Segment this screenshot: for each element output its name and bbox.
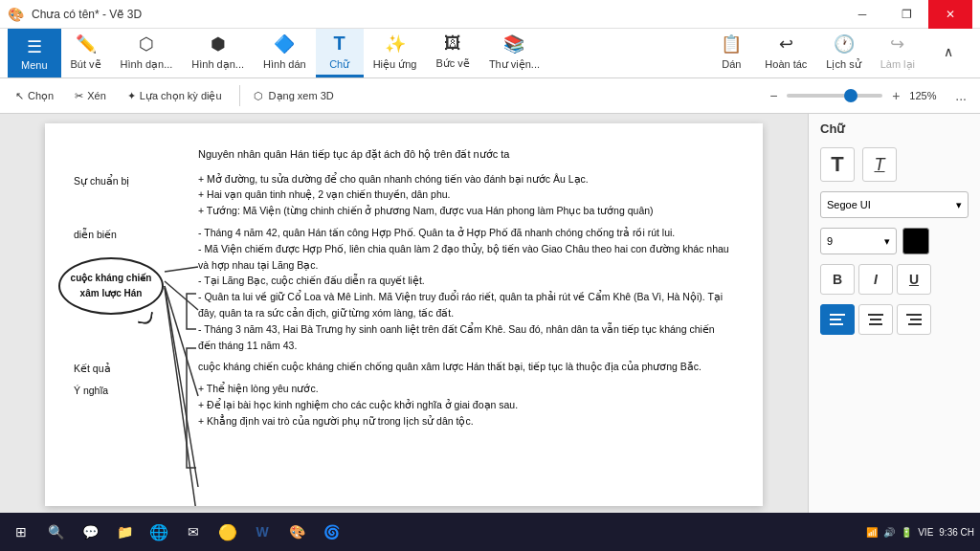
tab-butve-label: Bút vẽ <box>71 58 101 71</box>
y-nghia-item-2: + Để lại bài học kinh nghiệm cho các cuộ… <box>198 397 734 413</box>
zoom-in-button[interactable]: + <box>886 86 905 105</box>
taskbar-chrome[interactable]: 🌀 <box>316 517 346 547</box>
taskbar-search[interactable]: 🔍 <box>40 517 71 547</box>
tab-lichsu-icon: 🕐 <box>834 33 855 55</box>
taskbar-explorer[interactable]: 📁 <box>109 517 140 547</box>
zoom-control: − + 125% ... <box>764 86 972 105</box>
expand-icon: ∧ <box>944 44 953 59</box>
bold-button[interactable]: B <box>820 264 855 295</box>
tab-hinhdang2-icon: ⬢ <box>211 33 226 55</box>
zoom-thumb <box>844 89 858 102</box>
tab-lamlai[interactable]: ↪ Làm lại <box>871 29 924 77</box>
document-content: Nguyên nhân quân Hán tiếp tục áp đặt ách… <box>74 146 734 430</box>
tab-lichsu[interactable]: 🕐 Lịch sử <box>816 29 870 77</box>
tab-hinhdang-1[interactable]: ⬡ Hình dạn... <box>111 29 183 77</box>
title-bar: 🎨 Chưa có tên* - Vẽ 3D ─ ❐ ✕ <box>0 0 980 29</box>
taskbar-edge[interactable]: 🌐 <box>144 517 174 547</box>
time-value: 9:36 CH <box>939 527 974 538</box>
align-center-button[interactable] <box>858 304 893 335</box>
section-ket-qua: Kết quả cuộc kháng chiến cuộc kháng chiế… <box>198 359 734 375</box>
tab-chu[interactable]: T Chữ <box>316 29 364 77</box>
start-button[interactable]: ⊞ <box>6 517 36 547</box>
dien-bien-item-5: - Tháng 3 năm 43, Hai Bà Trưng hy sinh o… <box>198 321 734 354</box>
taskbar-yellow[interactable]: 🟡 <box>212 517 243 547</box>
svg-rect-11 <box>906 314 922 316</box>
font-size-select[interactable]: 9 ▾ <box>820 228 897 254</box>
tab-dan-label: Dán <box>722 58 741 70</box>
bold-label: B <box>833 272 842 287</box>
align-left-button[interactable] <box>820 304 855 335</box>
document-page: cuộc kháng chiến xâm lược Hán Nguyên <box>45 123 763 506</box>
xen-button[interactable]: ✂ Xén <box>67 88 114 104</box>
more-options-button[interactable]: ... <box>949 86 972 105</box>
text-style-btn-1[interactable]: T <box>820 147 855 182</box>
svg-rect-9 <box>870 319 881 320</box>
tab-hinhdan[interactable]: 🔷 Hình dán <box>254 29 316 77</box>
bubble-text: cuộc kháng chiến xâm lược Hán <box>60 271 162 301</box>
ket-qua-prefix: cuộc kháng chiến <box>198 361 281 372</box>
taskbar-chat[interactable]: 💬 <box>75 517 105 547</box>
zoom-slider[interactable] <box>787 94 882 98</box>
lua-chon-label: Lựa chọn kỳ diệu <box>140 90 222 102</box>
font-size-value: 9 <box>827 235 833 247</box>
section-label-su-chuan-bi: Sự chuẩn bị <box>74 173 129 189</box>
su-chuan-bi-item-3: + Tướng: Mã Viện (từng chinh chiến ở phư… <box>198 203 734 219</box>
svg-rect-13 <box>908 323 922 325</box>
tab-chu-label: Chữ <box>329 58 349 71</box>
tab-thuvien[interactable]: 📚 Thư viện... <box>479 29 549 77</box>
italic-button[interactable]: I <box>858 264 893 295</box>
text-style-2-label: T <box>875 155 885 175</box>
tab-hieuung-label: Hiệu ứng <box>373 58 417 71</box>
tab-but-ve[interactable]: ✏️ Bút vẽ <box>61 29 111 77</box>
dang-xem-label: Dạng xem 3D <box>269 90 334 102</box>
expand-btn[interactable]: ∧ <box>924 29 972 77</box>
tab-hieuung[interactable]: ✨ Hiệu ứng <box>364 29 427 77</box>
su-chuan-bi-item-1: + Mở đường, tu sửa dường để cho quân nha… <box>198 171 734 187</box>
svg-rect-6 <box>830 319 841 320</box>
language-label: VIE <box>918 527 933 538</box>
menu-label: Menu <box>21 59 48 71</box>
canvas-area[interactable]: cuộc kháng chiến xâm lược Hán Nguyên <box>0 114 808 514</box>
align-right-button[interactable] <box>897 304 931 335</box>
color-picker[interactable] <box>902 228 929 254</box>
menu-button[interactable]: ☰ Menu <box>8 29 61 77</box>
lua-chon-button[interactable]: ✦ Lựa chọn kỳ diệu <box>120 88 230 104</box>
ket-qua-item-1: cuộc kháng chiến cuộc kháng chiến chống … <box>198 359 734 375</box>
panel-title: Chữ <box>809 114 980 140</box>
zoom-out-button[interactable]: − <box>764 86 783 105</box>
tab-bucve[interactable]: 🖼 Bức vẽ <box>426 29 479 77</box>
minimize-button[interactable]: ─ <box>840 0 884 29</box>
taskbar-time: 9:36 CH <box>939 527 974 538</box>
underline-button[interactable]: U <box>897 264 931 295</box>
tab-hinhdang-2[interactable]: ⬢ Hình dạn... <box>182 29 254 77</box>
dien-bien-item-2: - Mã Viện chiếm được Hợp Phố, liên chia … <box>198 241 734 274</box>
dien-bien-item-1: - Tháng 4 năm 42, quân Hán tấn công Hợp … <box>198 225 734 241</box>
ribbon-tabs: ☰ Menu ✏️ Bút vẽ ⬡ Hình dạn... ⬢ Hình dạ… <box>0 29 980 78</box>
dien-bien-item-4: - Quân ta lui về giữ Cổ Loa và Mê Linh. … <box>198 289 734 321</box>
align-left-icon <box>828 310 847 329</box>
svg-rect-10 <box>869 323 882 325</box>
font-size-row: 9 ▾ <box>820 228 969 254</box>
font-select[interactable]: Segoe UI ▾ <box>820 191 969 218</box>
text-style-btn-2[interactable]: T <box>862 147 897 182</box>
su-chuan-bi-item-2: + Hai vạn quân tinh nhuệ, 2 vạn chiến th… <box>198 187 734 203</box>
taskbar-paint[interactable]: 🎨 <box>281 517 312 547</box>
close-button[interactable]: ✕ <box>928 0 972 29</box>
tab-dan[interactable]: 📋 Dán <box>707 29 755 77</box>
tab-hieuung-icon: ✨ <box>385 33 406 55</box>
tab-hinhdan-label: Hình dán <box>263 58 306 70</box>
restore-button[interactable]: ❐ <box>884 0 928 29</box>
section-y-nghia: Ý nghĩa + Thể hiện lòng yêu nước. + Để l… <box>198 381 734 429</box>
toolbar-row: ↖ Chọn ✂ Xén ✦ Lựa chọn kỳ diệu ⬡ Dạng x… <box>0 78 980 113</box>
title-bar-left: 🎨 Chưa có tên* - Vẽ 3D <box>8 7 142 22</box>
battery-icon: 🔋 <box>901 527 912 538</box>
taskbar-mail[interactable]: ✉ <box>178 517 209 547</box>
taskbar-word[interactable]: W <box>247 517 278 547</box>
chon-button[interactable]: ↖ Chọn <box>8 88 61 104</box>
tab-chu-icon: T <box>334 33 345 55</box>
tab-hoantac[interactable]: ↩ Hoàn tác <box>755 29 816 77</box>
right-panel: Chữ T T Segoe UI ▾ 9 ▾ <box>808 114 980 514</box>
align-row <box>820 304 969 335</box>
main-area: cuộc kháng chiến xâm lược Hán Nguyên <box>0 114 980 514</box>
mind-map-bubble: cuộc kháng chiến xâm lược Hán <box>58 257 164 315</box>
